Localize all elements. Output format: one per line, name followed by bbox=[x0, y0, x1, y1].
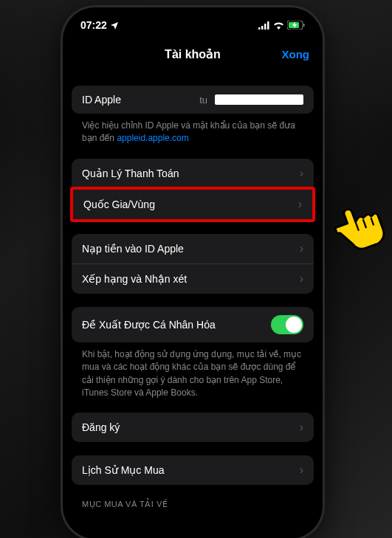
wifi-icon bbox=[273, 21, 284, 30]
personal-rec-toggle[interactable] bbox=[271, 315, 303, 334]
payment-label: Quản Lý Thanh Toán bbox=[82, 168, 179, 179]
chevron-right-icon: › bbox=[300, 272, 303, 286]
country-region-row[interactable]: Quốc Gia/Vùng › bbox=[70, 187, 315, 222]
done-button[interactable]: Xong bbox=[282, 48, 310, 61]
personal-rec-row[interactable]: Đề Xuất Được Cá Nhân Hóa bbox=[72, 307, 314, 342]
apple-id-footer: Việc hiệu chỉnh ID Apple và mật khẩu của… bbox=[72, 114, 314, 145]
chevron-right-icon: › bbox=[300, 242, 303, 255]
apple-id-value-redacted bbox=[215, 94, 303, 105]
svg-rect-3 bbox=[267, 21, 269, 30]
location-arrow-icon bbox=[110, 21, 119, 30]
ratings-label: Xếp hạng và Nhận xét bbox=[82, 273, 187, 285]
page-title: Tài khoản bbox=[165, 47, 221, 61]
purchase-history-label: Lịch Sử Mục Mua bbox=[82, 464, 164, 476]
pointer-hand-icon bbox=[326, 192, 392, 258]
chevron-right-icon: › bbox=[298, 198, 302, 211]
add-funds-row[interactable]: Nạp tiền vào ID Apple › bbox=[72, 234, 314, 263]
signal-icon bbox=[258, 21, 270, 30]
svg-rect-2 bbox=[264, 24, 267, 30]
personal-rec-label: Đề Xuất Được Cá Nhân Hóa bbox=[82, 319, 216, 331]
apple-id-link[interactable]: appleid.apple.com bbox=[117, 133, 188, 143]
battery-icon bbox=[287, 21, 305, 30]
apple-id-row[interactable]: ID Apple tu bbox=[72, 86, 314, 114]
ratings-row[interactable]: Xếp hạng và Nhận xét › bbox=[72, 263, 314, 294]
subscribe-label: Đăng ký bbox=[82, 421, 120, 433]
chevron-right-icon: › bbox=[300, 463, 303, 477]
payment-row[interactable]: Quản Lý Thanh Toán › bbox=[72, 159, 314, 188]
add-funds-label: Nạp tiền vào ID Apple bbox=[82, 243, 184, 255]
subscribe-row[interactable]: Đăng ký › bbox=[72, 413, 314, 442]
svg-rect-6 bbox=[303, 24, 305, 27]
chevron-right-icon: › bbox=[300, 167, 303, 180]
chevron-right-icon: › bbox=[300, 421, 303, 434]
nav-bar: Tài khoản Xong bbox=[72, 35, 314, 72]
phone-notch bbox=[137, 7, 248, 25]
personal-rec-footer: Khi bật, hoạt động sử dụng ứng dụng, mục… bbox=[72, 342, 314, 400]
purchase-history-row[interactable]: Lịch Sử Mục Mua › bbox=[72, 455, 314, 485]
purchases-section-header: MỤC MUA VÀ TẢI VỀ bbox=[72, 485, 314, 509]
country-region-label: Quốc Gia/Vùng bbox=[83, 199, 155, 210]
phone-frame: 07:22 Tài khoản Xong ID Apple tu Việc hi… bbox=[63, 7, 323, 538]
apple-id-value-prefix: tu bbox=[199, 94, 207, 106]
apple-id-label: ID Apple bbox=[82, 94, 121, 106]
status-time: 07:22 bbox=[80, 19, 107, 31]
svg-rect-1 bbox=[261, 26, 264, 30]
svg-rect-0 bbox=[258, 27, 261, 30]
